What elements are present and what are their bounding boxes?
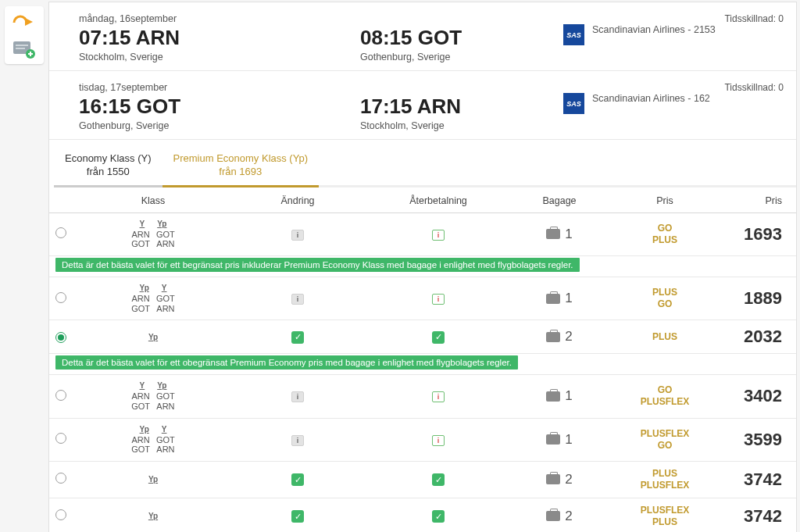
- fare-name: GO: [610, 223, 720, 234]
- class-code-badge: Yp: [138, 425, 151, 434]
- fare-tabs: Economy Klass (Y) från 1550 Premium Econ…: [49, 145, 796, 187]
- dep-city: Gothenburg, Sverige: [79, 120, 360, 131]
- baggage-cell: 1: [546, 432, 572, 448]
- select-radio[interactable]: [55, 390, 66, 401]
- fare-names: PLUSPLUSFLEX: [610, 468, 720, 491]
- fare-names: PLUS: [610, 331, 720, 343]
- add-page-icon[interactable]: [10, 39, 38, 59]
- baggage-cell: 1: [546, 291, 572, 306]
- fare-row[interactable]: Yp✓✓2PLUSFLEXPLUS3742: [49, 498, 796, 532]
- fare-row[interactable]: YYpARNGOTGOTARNii1GOPLUSFLEX3402: [49, 375, 796, 418]
- class-cell: YYpARNGOTGOTARN: [79, 381, 227, 411]
- suitcase-icon: [546, 434, 560, 445]
- tab-label: Economy Klass (Y): [65, 152, 152, 166]
- time-difference: Tidsskillnad: 0: [724, 82, 784, 93]
- fare-row[interactable]: YpYARNGOTGOTARNii1PLUSFLEXGO3599: [49, 419, 796, 462]
- baggage-count: 1: [565, 291, 572, 306]
- fare-row[interactable]: YYpARNGOTGOTARNii1GOPLUS1693: [49, 213, 796, 256]
- baggage-count: 2: [565, 329, 572, 345]
- baggage-cell: 1: [546, 227, 572, 242]
- check-icon: ✓: [291, 473, 304, 486]
- class-code-badge: Y: [138, 381, 147, 390]
- baggage-cell: 1: [546, 388, 572, 404]
- th-bagage: Bagage: [509, 195, 610, 206]
- check-icon: ✓: [432, 473, 445, 486]
- fare-row[interactable]: Yp✓✓2PLUS2032: [49, 320, 796, 354]
- info-icon[interactable]: i: [432, 294, 445, 305]
- route-leg: ARNGOT: [131, 294, 150, 313]
- th-klass: Klass: [79, 195, 227, 206]
- refund-cell: ✓: [368, 330, 509, 344]
- tab-economy[interactable]: Economy Klass (Y) från 1550: [54, 145, 162, 187]
- carrier-name: Scandinavian Airlines - 2153: [592, 24, 716, 35]
- class-code-badge: Y: [160, 284, 169, 292]
- baggage-count: 1: [565, 227, 572, 242]
- tab-sub: från 1693: [173, 166, 308, 179]
- baggage-count: 2: [565, 509, 572, 524]
- th-pris2: Pris: [720, 195, 790, 206]
- refund-cell: i: [368, 434, 509, 446]
- fare-name: GO: [610, 440, 720, 452]
- dep-city: Stockholm, Sverige: [79, 52, 360, 62]
- class-code-badge: Yp: [147, 333, 159, 341]
- suitcase-icon: [546, 294, 560, 304]
- select-radio[interactable]: [55, 433, 66, 444]
- class-code-badge: Y: [160, 425, 169, 434]
- flight-segment: måndag, 16september07:15 ARNStockholm, S…: [49, 2, 796, 71]
- arr-city: Gothenburg, Sverige: [360, 52, 563, 62]
- change-cell: ✓: [227, 330, 368, 344]
- baggage-cell: 2: [546, 472, 572, 487]
- change-cell: ✓: [227, 473, 368, 487]
- best-choice-note: Detta är det bästa valet för ett obegrän…: [55, 355, 518, 370]
- select-radio[interactable]: [55, 227, 66, 238]
- tab-premium-economy[interactable]: Premium Economy Klass (Yp) från 1693: [162, 145, 319, 187]
- select-radio[interactable]: [55, 473, 66, 484]
- select-radio[interactable]: [55, 292, 66, 303]
- fare-name: PLUSFLEX: [610, 505, 720, 516]
- fare-name: GO: [610, 384, 720, 396]
- check-icon: ✓: [432, 331, 445, 344]
- fare-row[interactable]: YpYARNGOTGOTARNii1PLUSGO1889: [49, 277, 796, 320]
- class-code-badge: Yp: [147, 512, 159, 520]
- info-icon[interactable]: i: [291, 391, 304, 402]
- carrier-badge-icon: SAS: [563, 24, 584, 45]
- suitcase-icon: [546, 332, 560, 342]
- fare-names: PLUSFLEXGO: [610, 428, 720, 452]
- refund-cell: i: [368, 228, 509, 241]
- info-icon[interactable]: i: [291, 294, 304, 305]
- price: 2032: [720, 327, 782, 347]
- class-cell: YpYARNGOTGOTARN: [79, 284, 227, 313]
- baggage-count: 1: [565, 388, 572, 404]
- svg-rect-1: [16, 45, 28, 46]
- table-header: Klass Ändring Återbetalning Bagage Pris …: [49, 187, 796, 213]
- sidebar-card: [5, 6, 44, 64]
- segment-date: måndag, 16september: [79, 13, 360, 24]
- suitcase-icon: [546, 229, 560, 239]
- th-ater: Återbetalning: [368, 195, 509, 206]
- share-icon[interactable]: [10, 11, 38, 31]
- refund-cell: ✓: [368, 510, 509, 523]
- info-icon[interactable]: i: [432, 435, 445, 446]
- info-icon[interactable]: i: [432, 391, 445, 402]
- select-radio[interactable]: [55, 332, 66, 343]
- info-icon[interactable]: i: [291, 230, 304, 241]
- route-leg: GOTARN: [156, 435, 175, 455]
- info-icon[interactable]: i: [432, 230, 445, 241]
- fare-names: GOPLUSFLEX: [610, 384, 720, 408]
- change-cell: i: [227, 390, 368, 402]
- change-cell: ✓: [227, 510, 368, 523]
- class-cell: YYpARNGOTGOTARN: [79, 220, 227, 249]
- class-code-badge: Yp: [138, 284, 151, 292]
- best-choice-note: Detta är det bästa valet för ett begräns…: [55, 258, 580, 272]
- fare-name: PLUS: [610, 287, 720, 298]
- fare-name: PLUSFLEX: [610, 396, 720, 408]
- info-icon[interactable]: i: [291, 435, 304, 446]
- tab-label: Premium Economy Klass (Yp): [173, 152, 308, 166]
- fare-row[interactable]: Yp✓✓2PLUSPLUSFLEX3742: [49, 462, 796, 498]
- price: 3742: [720, 470, 782, 490]
- dep-time-code: 07:15 ARN: [79, 26, 360, 50]
- check-icon: ✓: [291, 510, 304, 523]
- fare-names: PLUSFLEXPLUS: [610, 505, 720, 528]
- select-radio[interactable]: [55, 509, 66, 520]
- route-leg: ARNGOT: [131, 435, 150, 455]
